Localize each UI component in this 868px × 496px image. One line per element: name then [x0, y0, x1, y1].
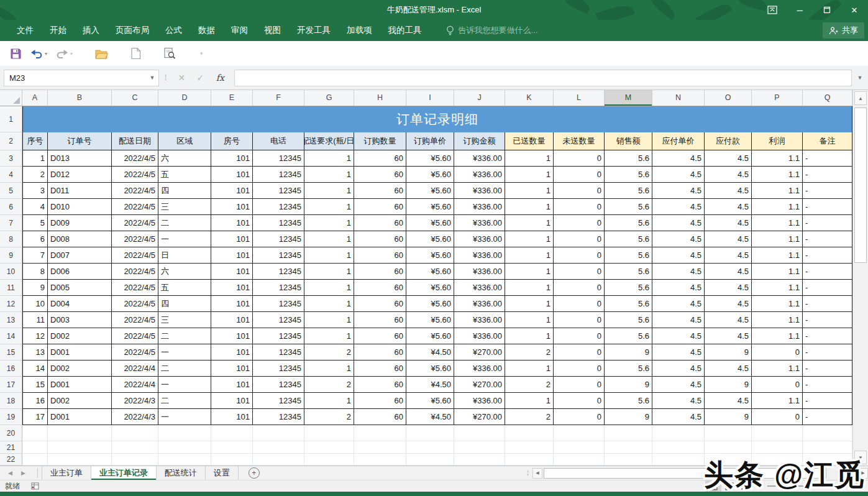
close-button[interactable]: ✕	[841, 0, 868, 20]
cell-M6[interactable]: 5.6	[605, 199, 652, 215]
cell-E5[interactable]: 101	[211, 183, 253, 199]
cell-J21[interactable]	[454, 441, 505, 454]
cell-I19[interactable]: ¥4.50	[406, 409, 454, 425]
row-header-5[interactable]: 5	[0, 183, 22, 199]
cell-G10[interactable]: 1	[304, 264, 354, 280]
cell-D13[interactable]: 三	[158, 312, 211, 328]
sheet-tab-配送统计[interactable]: 配送统计	[157, 466, 206, 480]
cell-G19[interactable]: 2	[304, 409, 354, 425]
cell-L6[interactable]: 0	[554, 199, 605, 215]
cell-P9[interactable]: 1.1	[752, 247, 803, 264]
row-header-12[interactable]: 12	[0, 296, 22, 312]
cell-E3[interactable]: 101	[211, 150, 253, 167]
cell-O19[interactable]: 9	[705, 409, 752, 425]
header-cell-D2[interactable]: 区域	[158, 132, 211, 150]
cell-L13[interactable]: 0	[554, 312, 605, 328]
cell-P13[interactable]: 1.1	[752, 312, 803, 328]
column-header-C[interactable]: C	[112, 90, 158, 106]
cell-A5[interactable]: 3	[22, 183, 48, 199]
row-header-20[interactable]: 20	[0, 425, 22, 441]
share-button[interactable]: 共享	[823, 22, 864, 39]
cell-H19[interactable]: 60	[354, 409, 406, 425]
cell-J19[interactable]: ¥270.00	[454, 409, 505, 425]
cell-E16[interactable]: 101	[211, 361, 253, 377]
cell-L11[interactable]: 0	[554, 280, 605, 296]
cell-G7[interactable]: 1	[304, 215, 354, 231]
cell-J22[interactable]	[454, 454, 505, 466]
cell-G15[interactable]: 2	[304, 344, 354, 361]
cell-F17[interactable]: 12345	[253, 377, 304, 393]
cell-P18[interactable]: 1.1	[752, 393, 803, 409]
cell-A16[interactable]: 14	[22, 361, 48, 377]
cell-B20[interactable]	[48, 425, 112, 441]
cell-A21[interactable]	[22, 441, 48, 454]
cell-J15[interactable]: ¥270.00	[454, 344, 505, 361]
cell-I15[interactable]: ¥4.50	[406, 344, 454, 361]
cell-D18[interactable]: 二	[158, 393, 211, 409]
cell-Q13[interactable]: -	[803, 312, 852, 328]
cell-M21[interactable]	[605, 441, 652, 454]
customize-qat-icon[interactable]: ▾	[198, 50, 203, 57]
cell-I9[interactable]: ¥5.60	[406, 247, 454, 264]
select-all-corner[interactable]	[0, 90, 22, 106]
cell-F22[interactable]	[253, 454, 304, 466]
ribbon-tab-file[interactable]: 文件	[9, 20, 42, 41]
cell-I14[interactable]: ¥5.60	[406, 328, 454, 344]
cell-P11[interactable]: 1.1	[752, 280, 803, 296]
cell-M7[interactable]: 5.6	[605, 215, 652, 231]
cell-K10[interactable]: 1	[505, 264, 554, 280]
header-cell-Q2[interactable]: 备注	[803, 132, 852, 150]
cell-J14[interactable]: ¥336.00	[454, 328, 505, 344]
cell-K5[interactable]: 1	[505, 183, 554, 199]
cell-H11[interactable]: 60	[354, 280, 406, 296]
cell-D6[interactable]: 三	[158, 199, 211, 215]
cell-O7[interactable]: 4.5	[705, 215, 752, 231]
cell-O11[interactable]: 4.5	[705, 280, 752, 296]
cell-K9[interactable]: 1	[505, 247, 554, 264]
cell-K21[interactable]	[505, 441, 554, 454]
cell-J11[interactable]: ¥336.00	[454, 280, 505, 296]
cell-E21[interactable]	[211, 441, 253, 454]
cell-Q18[interactable]: -	[803, 393, 852, 409]
header-cell-G2[interactable]: 配送要求(瓶/日)	[304, 132, 354, 150]
cell-F19[interactable]: 12345	[253, 409, 304, 425]
vertical-scrollbar[interactable]: ▲ ▼	[852, 90, 868, 466]
header-cell-B2[interactable]: 订单号	[48, 132, 112, 150]
cell-G6[interactable]: 1	[304, 199, 354, 215]
cell-N12[interactable]: 4.5	[652, 296, 705, 312]
cell-G18[interactable]: 1	[304, 393, 354, 409]
cell-B11[interactable]: D005	[48, 280, 112, 296]
cell-C8[interactable]: 2022/4/5	[112, 231, 158, 247]
cell-D11[interactable]: 五	[158, 280, 211, 296]
cell-H15[interactable]: 60	[354, 344, 406, 361]
header-cell-J2[interactable]: 订购金额	[454, 132, 505, 150]
cell-B4[interactable]: D012	[48, 167, 112, 183]
sheet-nav-right-icon[interactable]: ▶	[17, 470, 30, 476]
column-header-F[interactable]: F	[253, 90, 304, 106]
cell-I3[interactable]: ¥5.60	[406, 150, 454, 167]
cell-I4[interactable]: ¥5.60	[406, 167, 454, 183]
cell-K14[interactable]: 1	[505, 328, 554, 344]
cell-I7[interactable]: ¥5.60	[406, 215, 454, 231]
cell-B9[interactable]: D007	[48, 247, 112, 264]
cell-D9[interactable]: 日	[158, 247, 211, 264]
cell-H17[interactable]: 60	[354, 377, 406, 393]
header-cell-O2[interactable]: 应付款	[705, 132, 752, 150]
cell-L17[interactable]: 0	[554, 377, 605, 393]
cell-I16[interactable]: ¥5.60	[406, 361, 454, 377]
cell-K13[interactable]: 1	[505, 312, 554, 328]
cell-J17[interactable]: ¥270.00	[454, 377, 505, 393]
cell-M8[interactable]: 5.6	[605, 231, 652, 247]
cell-G9[interactable]: 1	[304, 247, 354, 264]
cell-F3[interactable]: 12345	[253, 150, 304, 167]
print-preview-icon[interactable]	[163, 47, 176, 60]
cell-K15[interactable]: 2	[505, 344, 554, 361]
cell-E11[interactable]: 101	[211, 280, 253, 296]
cell-L7[interactable]: 0	[554, 215, 605, 231]
cell-E12[interactable]: 101	[211, 296, 253, 312]
cell-F12[interactable]: 12345	[253, 296, 304, 312]
cell-N7[interactable]: 4.5	[652, 215, 705, 231]
cell-G20[interactable]	[304, 425, 354, 441]
new-sheet-button[interactable]: +	[249, 467, 260, 479]
cell-B3[interactable]: D013	[48, 150, 112, 167]
